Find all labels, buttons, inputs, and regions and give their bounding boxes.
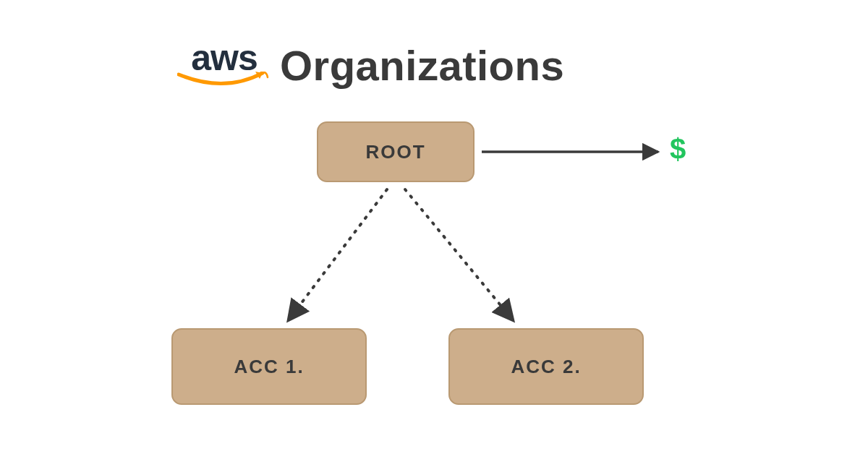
aws-smile-icon [177,72,271,90]
diagram-canvas: aws Organizations ROOT ACC 1. ACC 2. $ [0,0,868,454]
edge-root-to-acc2 [405,189,514,321]
aws-logo: aws [177,40,271,90]
aws-logo-text: aws [191,40,258,76]
account-node-2-label: ACC 2. [511,356,581,378]
title-heading: Organizations [280,41,564,90]
account-node-2: ACC 2. [448,328,644,405]
account-node-1-label: ACC 1. [234,356,304,378]
title-row: aws Organizations [177,40,564,90]
edge-root-to-acc1 [288,189,387,321]
dollar-symbol: $ [670,133,686,166]
root-node: ROOT [317,121,475,182]
root-node-label: ROOT [365,141,425,163]
account-node-1: ACC 1. [171,328,367,405]
